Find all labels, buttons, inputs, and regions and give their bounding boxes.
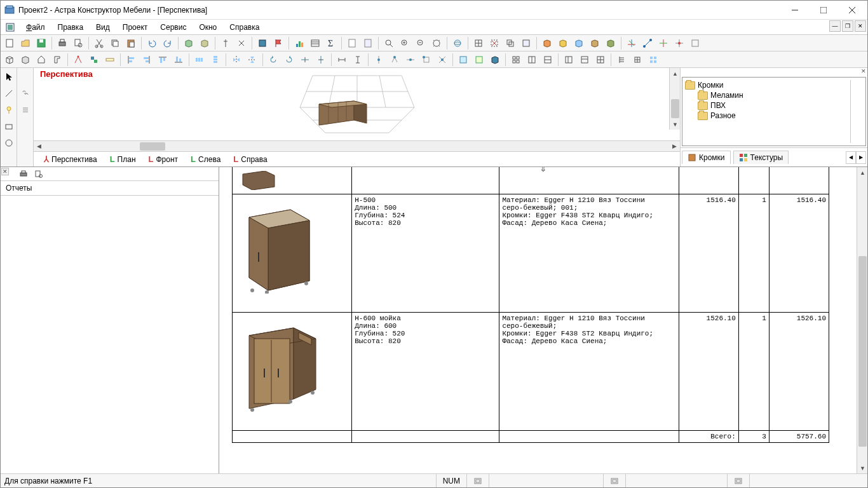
tree-root[interactable]: Кромки xyxy=(685,80,848,90)
mdi-close-button[interactable]: ✕ xyxy=(855,20,866,32)
box-4-icon[interactable] xyxy=(587,36,602,50)
scroll-thumb-h[interactable] xyxy=(140,142,165,151)
box-1-icon[interactable] xyxy=(539,36,555,50)
panel-3-icon[interactable] xyxy=(487,53,503,67)
grid-icon[interactable] xyxy=(471,36,486,50)
flag-icon[interactable] xyxy=(271,36,286,50)
scroll-down-icon[interactable]: ▼ xyxy=(670,119,680,130)
snap-5-icon[interactable] xyxy=(435,53,450,67)
zoom-fit-icon[interactable] xyxy=(429,36,444,50)
center-v-icon[interactable] xyxy=(313,53,329,67)
panel-2-icon[interactable] xyxy=(471,53,487,67)
menu-service[interactable]: Сервис xyxy=(154,20,193,34)
tab-left[interactable]: LСлева xyxy=(184,153,227,165)
save-icon[interactable] xyxy=(34,36,49,50)
snap-4-icon[interactable] xyxy=(419,53,434,67)
maximize-button[interactable] xyxy=(809,1,837,19)
layout-1-icon[interactable] xyxy=(561,53,576,67)
scroll-up-icon[interactable]: ▲ xyxy=(670,68,680,79)
xtra-icon[interactable] xyxy=(688,36,703,50)
viewport-hscroll[interactable]: ◀ ▶ xyxy=(34,140,680,151)
tree-item[interactable]: Разное xyxy=(685,111,848,121)
menu-view[interactable]: Вид xyxy=(90,20,116,34)
empty-1-icon[interactable] xyxy=(18,70,33,84)
tab-textures[interactable]: Текстуры xyxy=(733,151,789,164)
report-vscroll[interactable]: ▲ ▼ xyxy=(857,167,867,473)
preview-icon[interactable] xyxy=(32,168,45,180)
open-icon[interactable] xyxy=(18,36,33,50)
copy-icon[interactable] xyxy=(107,36,123,50)
menu-project[interactable]: Проект xyxy=(116,20,154,34)
tool-b-icon[interactable] xyxy=(234,36,249,50)
obj-cube-icon[interactable] xyxy=(2,53,17,67)
line-tool-icon[interactable] xyxy=(1,86,17,100)
zoom-target-icon[interactable] xyxy=(381,36,397,50)
print-preview-icon[interactable] xyxy=(71,36,86,50)
tool-a-icon[interactable] xyxy=(218,36,233,50)
mdi-minimize-button[interactable]: — xyxy=(829,20,841,32)
print-icon[interactable] xyxy=(17,168,30,180)
light-icon[interactable] xyxy=(1,103,17,117)
zoom-out-icon[interactable] xyxy=(413,36,428,50)
origin2-icon[interactable] xyxy=(672,36,687,50)
grid4-icon[interactable] xyxy=(540,53,555,67)
ruler-icon[interactable] xyxy=(102,53,118,67)
layout-3-icon[interactable] xyxy=(593,53,608,67)
align-r-icon[interactable] xyxy=(139,53,154,67)
tree-3-icon[interactable] xyxy=(646,53,661,67)
explode-icon[interactable] xyxy=(71,53,86,67)
snap-2-icon[interactable] xyxy=(387,53,402,67)
doc1-icon[interactable] xyxy=(344,36,360,50)
rect-tool-icon[interactable] xyxy=(1,119,17,133)
box-2-icon[interactable] xyxy=(555,36,571,50)
zoom-in-icon[interactable] xyxy=(397,36,412,50)
paste-icon[interactable] xyxy=(123,36,139,50)
close-button[interactable] xyxy=(837,1,866,19)
rotate-r-icon[interactable] xyxy=(281,53,297,67)
print-icon[interactable] xyxy=(55,36,70,50)
chain-icon[interactable] xyxy=(18,86,33,100)
cut-icon[interactable] xyxy=(92,36,107,50)
menu-help[interactable]: Справка xyxy=(223,20,266,34)
layout-2-icon[interactable] xyxy=(577,53,592,67)
panel-1-icon[interactable] xyxy=(456,53,471,67)
scroll-left-icon[interactable]: ◀ xyxy=(34,141,44,152)
tree-item[interactable]: ПВХ xyxy=(685,100,848,111)
tab-plan[interactable]: LПлан xyxy=(104,153,142,165)
undo-icon[interactable] xyxy=(144,36,159,50)
tab-edges[interactable]: Кромки xyxy=(682,151,731,164)
report-tree-body[interactable] xyxy=(1,196,219,473)
mirror-v-icon[interactable] xyxy=(245,53,260,67)
snap-1-icon[interactable] xyxy=(371,53,386,67)
box-5-icon[interactable] xyxy=(603,36,618,50)
rect-fill-icon[interactable] xyxy=(255,36,270,50)
grid3-icon[interactable] xyxy=(524,53,539,67)
panel-close-icon[interactable]: ✕ xyxy=(681,68,867,76)
select-box-icon[interactable] xyxy=(487,36,502,50)
redo-icon[interactable] xyxy=(160,36,175,50)
center-h-icon[interactable] xyxy=(297,53,313,67)
materials-tree[interactable]: Кромки Меламин ПВХ Разное xyxy=(682,77,866,146)
snap-3-icon[interactable] xyxy=(403,53,418,67)
list-icon[interactable] xyxy=(18,103,33,117)
line-seg-icon[interactable] xyxy=(640,36,655,50)
viewport-vscroll[interactable]: ▲ ▼ xyxy=(669,68,680,130)
dim-h-icon[interactable] xyxy=(334,53,349,67)
cube2-icon[interactable] xyxy=(197,36,212,50)
tree-item[interactable]: Меламин xyxy=(685,90,848,100)
minimize-button[interactable] xyxy=(780,1,809,19)
obj-prism-icon[interactable] xyxy=(34,53,49,67)
tree-2-icon[interactable] xyxy=(630,53,645,67)
cube-icon[interactable] xyxy=(181,36,196,50)
menu-window[interactable]: Окно xyxy=(193,20,223,34)
menu-file[interactable]: Файл xyxy=(20,20,51,34)
assembly-icon[interactable] xyxy=(86,53,102,67)
layers-icon[interactable] xyxy=(519,36,534,50)
sigma-icon[interactable]: Σ xyxy=(323,36,339,50)
dist-v-icon[interactable] xyxy=(208,53,223,67)
rotate-l-icon[interactable] xyxy=(266,53,281,67)
axis-icon[interactable] xyxy=(624,36,639,50)
scroll-thumb[interactable] xyxy=(671,99,679,118)
scroll-right-icon[interactable]: ▶ xyxy=(669,141,680,152)
orbit-icon[interactable] xyxy=(450,36,465,50)
